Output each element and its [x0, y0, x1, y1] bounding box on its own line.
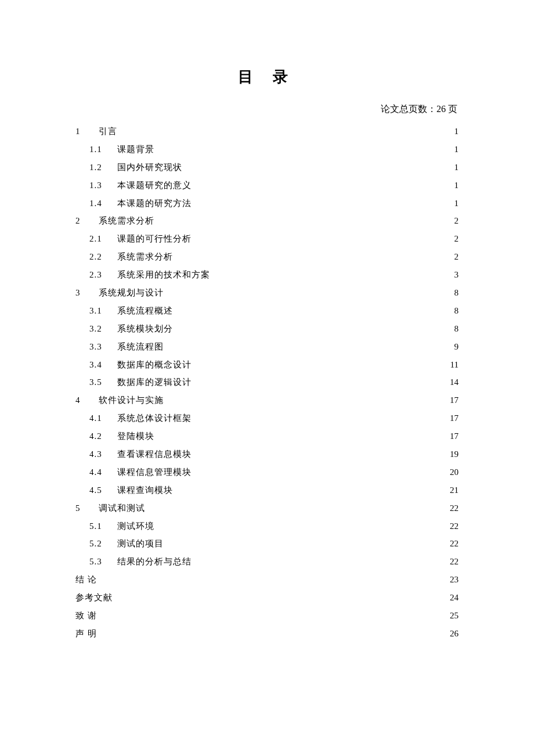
toc-row: 2.3系统采用的技术和方案3: [75, 266, 459, 284]
toc-leader-dots: [114, 592, 446, 600]
toc-entry-number: 5.1: [89, 517, 117, 535]
toc-entry-page: 1: [447, 159, 459, 177]
toc-entry-text: 测试环境: [117, 517, 154, 535]
toc-entry-text: 系统流程图: [117, 338, 164, 356]
toc-entry-text: 引言: [99, 123, 117, 141]
toc-entry-page: 11: [447, 356, 459, 374]
toc-leader-dots: [156, 215, 446, 224]
toc-entry-number: 4.3: [89, 445, 117, 463]
toc-row: 5.2测试的项目22: [75, 535, 459, 553]
toc-row: 结 论23: [75, 571, 459, 589]
toc-entry-number: 4.5: [89, 481, 117, 499]
toc-title: 目 录: [75, 67, 459, 87]
toc-entry-page: 17: [447, 409, 459, 427]
toc-entry-text: 本课题研究的意义: [117, 177, 192, 195]
toc-entry-number: 3.4: [89, 356, 117, 374]
toc-leader-dots: [193, 197, 446, 206]
toc-row: 4软件设计与实施17: [75, 391, 459, 409]
toc-leader-dots: [193, 376, 446, 385]
toc-leader-dots: [174, 251, 446, 260]
toc-entry-text: 课程查询模块: [117, 481, 173, 499]
page-count-label: 论文总页数：26 页: [75, 103, 459, 116]
toc-entry-text: 声 明: [75, 625, 97, 643]
toc-row: 参考文献24: [75, 589, 459, 607]
toc-entry-text: 登陆模块: [117, 427, 154, 445]
toc-entry-page: 3: [447, 266, 459, 284]
toc-leader-dots: [98, 574, 446, 582]
toc-leader-dots: [193, 448, 446, 457]
toc-entry-page: 2: [447, 248, 459, 266]
toc-leader-dots: [98, 610, 446, 618]
toc-entry-page: 24: [447, 589, 459, 607]
toc-entry-text: 参考文献: [75, 589, 113, 607]
toc-leader-dots: [211, 269, 446, 278]
toc-entry-page: 22: [447, 535, 459, 553]
toc-leader-dots: [156, 143, 446, 152]
toc-entry-page: 21: [447, 481, 459, 499]
toc-entry-page: 22: [447, 517, 459, 535]
toc-entry-page: 8: [447, 284, 459, 302]
toc-entry-text: 数据库的概念设计: [117, 356, 192, 374]
toc-entry-page: 2: [447, 230, 459, 248]
toc-entry-number: 3.3: [89, 338, 117, 356]
toc-row: 5.3结果的分析与总结22: [75, 553, 459, 571]
toc-leader-dots: [118, 125, 446, 134]
toc-entry-number: 3: [75, 284, 99, 302]
toc-entry-page: 22: [447, 553, 459, 571]
toc-leader-dots: [98, 628, 446, 636]
toc-leader-dots: [165, 287, 446, 296]
toc-entry-text: 系统需求分析: [99, 212, 154, 230]
toc-entry-number: 2: [75, 212, 99, 230]
toc-entry-page: 17: [447, 391, 459, 409]
toc-leader-dots: [165, 341, 446, 350]
toc-entry-page: 17: [447, 427, 459, 445]
toc-row: 致 谢25: [75, 607, 459, 625]
toc-row: 4.4课程信息管理模块20: [75, 463, 459, 481]
toc-entry-text: 结 论: [75, 571, 97, 589]
toc-row: 3.3系统流程图9: [75, 338, 459, 356]
toc-leader-dots: [156, 520, 446, 529]
toc-entry-text: 致 谢: [75, 607, 97, 625]
toc-leader-dots: [193, 556, 446, 564]
toc-entry-text: 系统采用的技术和方案: [117, 266, 210, 284]
toc-entry-page: 8: [447, 302, 459, 320]
toc-leader-dots: [193, 233, 446, 242]
toc-row: 2.2系统需求分析2: [75, 248, 459, 266]
toc-row: 4.1系统总体设计框架17: [75, 409, 459, 427]
toc-entry-text: 查看课程信息模块: [117, 445, 192, 463]
toc-row: 5.1测试环境22: [75, 517, 459, 535]
toc-entry-page: 20: [447, 463, 459, 481]
toc-leader-dots: [174, 484, 446, 493]
toc-entry-number: 5: [75, 499, 99, 517]
toc-leader-dots: [174, 305, 446, 314]
toc-entry-text: 课题背景: [117, 141, 154, 159]
toc-row: 5调试和测试22: [75, 499, 459, 517]
toc-entry-number: 1.4: [89, 195, 117, 213]
toc-leader-dots: [156, 430, 446, 439]
toc-entry-number: 1: [75, 123, 99, 141]
toc-entry-number: 4.1: [89, 409, 117, 427]
toc-entry-text: 本课题的研究方法: [117, 195, 192, 213]
toc-entry-page: 8: [447, 320, 459, 338]
toc-row: 4.2登陆模块17: [75, 427, 459, 445]
toc-entry-page: 26: [447, 625, 459, 643]
toc-entry-page: 1: [447, 177, 459, 195]
toc-row: 3.2系统模块划分8: [75, 320, 459, 338]
toc-entry-text: 课程信息管理模块: [117, 463, 192, 481]
toc-row: 2系统需求分析2: [75, 212, 459, 230]
toc-entry-number: 4.2: [89, 427, 117, 445]
toc-entry-number: 3.1: [89, 302, 117, 320]
toc-entry-number: 1.2: [89, 159, 117, 177]
toc-leader-dots: [183, 161, 446, 170]
toc-entry-text: 系统需求分析: [117, 248, 173, 266]
toc-row: 3.1系统流程概述8: [75, 302, 459, 320]
toc-entry-number: 4: [75, 391, 99, 409]
toc-entry-text: 系统总体设计框架: [117, 409, 192, 427]
toc-entry-page: 9: [447, 338, 459, 356]
toc-entry-number: 3.2: [89, 320, 117, 338]
toc-entry-text: 结果的分析与总结: [117, 553, 192, 571]
toc-entry-text: 系统流程概述: [117, 302, 173, 320]
toc-entry-text: 国内外研究现状: [117, 159, 182, 177]
toc-entry-number: 5.2: [89, 535, 117, 553]
toc-entry-text: 调试和测试: [99, 499, 145, 517]
